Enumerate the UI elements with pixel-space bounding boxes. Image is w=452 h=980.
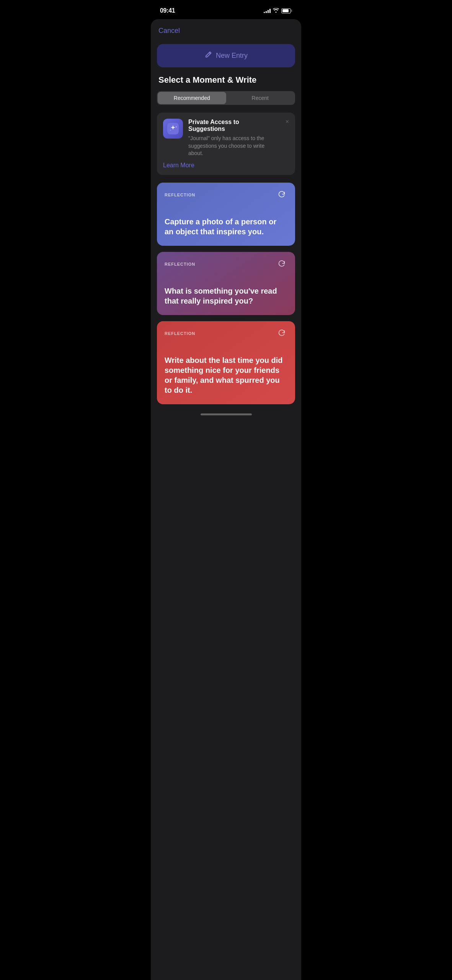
refresh-button-2[interactable] — [276, 258, 287, 271]
wifi-icon — [273, 8, 279, 14]
card-question-1: Capture a photo of a person or an object… — [165, 217, 287, 237]
info-card: Private Access to Suggestions "Journal" … — [157, 113, 295, 175]
signal-icon — [264, 8, 271, 13]
status-time: 09:41 — [160, 7, 175, 14]
reflection-card-2[interactable]: REFLECTION What is something you've read… — [157, 252, 295, 315]
refresh-button-3[interactable] — [276, 327, 287, 340]
card-label-3: REFLECTION — [165, 331, 195, 336]
journal-icon — [163, 119, 183, 139]
top-nav: Cancel — [151, 19, 301, 39]
battery-icon — [281, 8, 292, 13]
edit-icon — [204, 51, 212, 60]
card-label-1: REFLECTION — [165, 193, 195, 197]
status-bar: 09:41 — [151, 0, 301, 19]
new-entry-button[interactable]: New Entry — [157, 44, 295, 67]
scroll-area: Select a Moment & Write Recommended Rece… — [151, 75, 301, 410]
tab-recommended[interactable]: Recommended — [158, 92, 226, 104]
reflection-card-3[interactable]: REFLECTION Write about the last time you… — [157, 321, 295, 404]
status-icons — [264, 8, 292, 14]
card-question-3: Write about the last time you did someth… — [165, 355, 287, 395]
refresh-button-1[interactable] — [276, 189, 287, 201]
new-entry-label: New Entry — [216, 52, 248, 60]
info-card-title: Private Access to Suggestions — [188, 119, 277, 132]
section-title: Select a Moment & Write — [151, 75, 301, 91]
home-indicator — [151, 410, 301, 418]
reflection-card-1[interactable]: REFLECTION Capture a photo of a person o… — [157, 183, 295, 246]
info-card-desc: "Journal" only has access to the suggest… — [188, 135, 277, 157]
home-bar — [201, 413, 252, 415]
card-question-2: What is something you've read that reall… — [165, 286, 287, 306]
learn-more-button[interactable]: Learn More — [163, 157, 194, 169]
cancel-button[interactable]: Cancel — [158, 25, 180, 36]
info-close-button[interactable]: × — [282, 119, 289, 125]
card-label-2: REFLECTION — [165, 262, 195, 266]
segmented-control: Recommended Recent — [157, 91, 295, 105]
tab-recent[interactable]: Recent — [226, 92, 295, 104]
main-content: Cancel New Entry Select a Moment & Write… — [151, 19, 301, 980]
